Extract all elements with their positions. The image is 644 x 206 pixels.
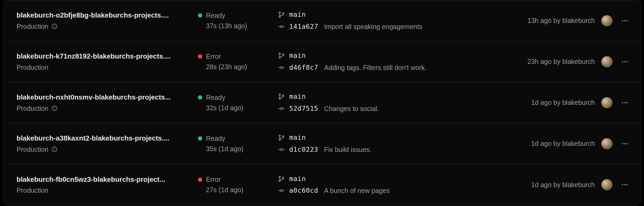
status-label: Error <box>206 53 221 60</box>
git-commit-icon <box>278 105 285 112</box>
deployment-name[interactable]: blakeburch-k71nz8192-blakeburchs-project… <box>17 52 192 61</box>
svg-point-4 <box>279 16 280 17</box>
svg-point-45 <box>622 143 623 144</box>
svg-point-59 <box>626 184 628 186</box>
status-dot-icon <box>198 95 202 100</box>
svg-point-21 <box>622 61 623 62</box>
svg-point-6 <box>280 26 283 28</box>
git-commit-sha[interactable]: d1c0223 <box>289 145 318 154</box>
info-icon[interactable] <box>51 146 58 153</box>
git-commit-sha[interactable]: 141a627 <box>289 22 318 31</box>
deployment-env: Production <box>17 105 49 112</box>
svg-point-23 <box>626 61 628 62</box>
git-branch-icon <box>278 175 285 182</box>
git-commit-message: Adding tags. Filters still don't work. <box>324 63 427 72</box>
build-duration: 37s (13h ago) <box>198 22 278 30</box>
svg-point-35 <box>626 102 628 103</box>
svg-point-33 <box>622 102 623 103</box>
svg-point-2 <box>54 25 54 26</box>
build-duration: 28s (23h ago) <box>198 63 278 71</box>
info-icon[interactable] <box>51 23 58 30</box>
time-author: 13h ago by blakeburch <box>527 17 595 24</box>
svg-point-15 <box>279 53 280 54</box>
svg-point-17 <box>283 54 284 55</box>
deployment-row[interactable]: blakeburch-fb0cn5wz3-blakeburchs-project… <box>3 164 641 205</box>
status-dot-icon <box>198 178 202 182</box>
time-author: 1d ago by blakeburch <box>531 181 595 189</box>
author-avatar[interactable] <box>601 138 613 149</box>
deployment-row[interactable]: blakeburch-a38kaxnt2-blakeburchs-project… <box>3 123 641 164</box>
svg-point-34 <box>624 102 626 103</box>
git-branch-icon <box>278 11 285 18</box>
git-commit-icon <box>278 64 285 71</box>
git-branch-name[interactable]: main <box>289 175 306 183</box>
deployment-row[interactable]: blakeburch-o2bfje8bg-blakeburchs-project… <box>3 0 641 41</box>
git-commit-icon <box>278 146 285 153</box>
svg-point-5 <box>283 13 284 14</box>
row-actions-button[interactable] <box>619 15 631 27</box>
svg-point-22 <box>624 61 626 62</box>
svg-point-42 <box>280 149 283 151</box>
author-avatar[interactable] <box>601 97 613 108</box>
row-actions-button[interactable] <box>619 56 631 68</box>
status-label: Error <box>206 176 221 183</box>
svg-point-47 <box>626 143 628 144</box>
git-branch-name[interactable]: main <box>289 92 306 101</box>
git-branch-icon <box>278 134 285 141</box>
svg-point-39 <box>279 135 280 136</box>
svg-point-38 <box>54 148 54 149</box>
status-dot-icon <box>198 54 202 59</box>
status-dot-icon <box>198 136 202 141</box>
deployment-row[interactable]: blakeburch-nxht0nsmv-blakeburchs-project… <box>3 82 641 123</box>
row-actions-button[interactable] <box>619 97 631 109</box>
deployment-name[interactable]: blakeburch-fb0cn5wz3-blakeburchs-project… <box>17 175 192 184</box>
build-duration: 27s (1d ago) <box>198 186 278 194</box>
deployment-name[interactable]: blakeburch-a38kaxnt2-blakeburchs-project… <box>17 134 192 143</box>
author-avatar[interactable] <box>601 179 613 190</box>
deployments-panel: blakeburch-o2bfje8bg-blakeburchs-project… <box>3 0 641 205</box>
svg-point-10 <box>624 20 626 21</box>
svg-point-58 <box>624 184 626 186</box>
git-commit-message: Import all speaking engagements <box>324 22 422 31</box>
git-commit-icon <box>278 187 285 194</box>
deployment-env: Production <box>17 23 49 30</box>
git-branch-name[interactable]: main <box>289 133 306 142</box>
svg-point-18 <box>280 67 283 69</box>
svg-point-46 <box>624 143 626 144</box>
deployment-row[interactable]: blakeburch-k71nz8192-blakeburchs-project… <box>3 41 641 82</box>
git-commit-sha[interactable]: d46f8c7 <box>289 63 318 72</box>
git-branch-icon <box>278 52 285 59</box>
row-actions-button[interactable] <box>619 138 631 150</box>
author-avatar[interactable] <box>601 56 613 67</box>
deployment-name[interactable]: blakeburch-nxht0nsmv-blakeburchs-project… <box>17 93 192 102</box>
svg-point-27 <box>279 94 280 95</box>
git-commit-message: Fix build issues. <box>324 145 372 154</box>
git-branch-name[interactable]: main <box>289 10 306 19</box>
status-label: Ready <box>206 135 225 142</box>
svg-point-57 <box>622 184 623 186</box>
info-icon[interactable] <box>51 105 58 112</box>
svg-point-52 <box>279 180 280 182</box>
git-commit-icon <box>278 23 285 30</box>
git-branch-name[interactable]: main <box>289 51 306 60</box>
svg-point-28 <box>279 98 280 99</box>
deployment-env: Production <box>17 64 49 71</box>
row-actions-button[interactable] <box>619 179 631 191</box>
svg-point-29 <box>283 95 284 96</box>
svg-point-40 <box>279 139 280 140</box>
deployment-env: Production <box>17 187 49 194</box>
build-duration: 32s (1d ago) <box>198 104 278 112</box>
status-label: Ready <box>206 12 225 19</box>
git-branch-icon <box>278 93 285 100</box>
svg-point-41 <box>283 136 284 137</box>
svg-point-26 <box>54 107 54 108</box>
git-commit-sha[interactable]: 52d7515 <box>289 104 318 113</box>
time-author: 23h ago by blakeburch <box>527 58 595 65</box>
svg-point-3 <box>279 12 280 13</box>
svg-point-11 <box>626 20 628 21</box>
git-commit-sha[interactable]: a0c60cd <box>289 186 318 195</box>
svg-point-16 <box>279 57 280 58</box>
author-avatar[interactable] <box>601 15 613 26</box>
deployment-name[interactable]: blakeburch-o2bfje8bg-blakeburchs-project… <box>17 11 192 20</box>
time-author: 1d ago by blakeburch <box>531 140 595 147</box>
